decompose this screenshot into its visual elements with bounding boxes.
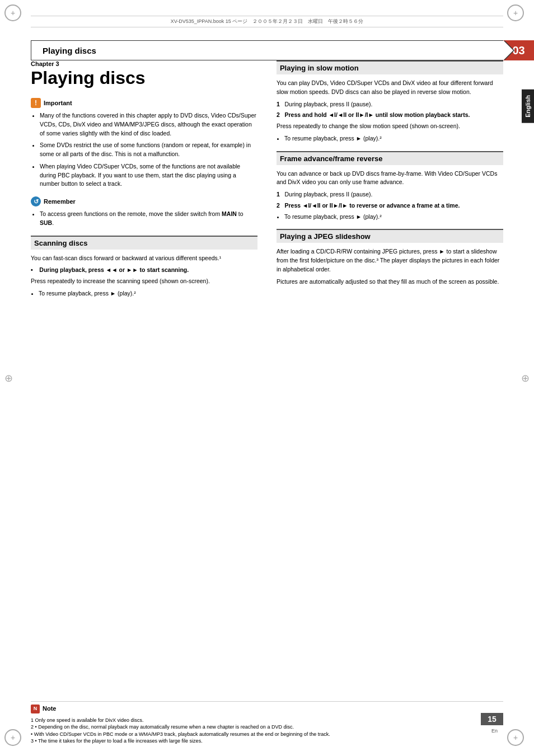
corner-br — [507, 729, 530, 752]
jpeg-slideshow-section: Playing a JPEG slideshow After loading a… — [277, 229, 503, 286]
corner-tr — [507, 4, 530, 27]
slow-motion-section: Playing in slow motion You can play DVDs… — [277, 60, 503, 143]
scanning-discs-section: Scanning discs You can fast-scan discs f… — [31, 236, 257, 298]
note-section: N Note 1 Only one speed is available for… — [31, 701, 503, 745]
important-header: ! Important — [31, 98, 257, 108]
main-content: Chapter 3 Playing discs ! Important Many… — [31, 60, 503, 711]
important-item-1: Many of the functions covered in this ch… — [40, 111, 257, 138]
file-reference: XV-DV535_IPPAN.book 15 ページ ２００５年２月２３日 水曜… — [31, 16, 503, 27]
corner-tl — [4, 4, 27, 27]
important-list: Many of the functions covered in this ch… — [31, 111, 257, 189]
scanning-bullet-list: To resume playback, press ► (play).² — [31, 289, 257, 298]
reg-mark-right: ⊕ — [521, 372, 530, 384]
chapter-header-title: Playing discs — [43, 46, 96, 55]
right-column: Playing in slow motion You can play DVDs… — [277, 60, 503, 294]
scanning-discs-title: Scanning discs — [31, 236, 257, 250]
important-item-3: When playing Video CD/Super VCDs, some o… — [40, 162, 257, 189]
frame-advance-title: Frame advance/frame reverse — [277, 151, 503, 165]
reg-mark-left: ⊕ — [4, 372, 13, 384]
chapter-header-left: Playing discs — [31, 40, 503, 60]
chapter-title: Playing discs — [31, 68, 257, 88]
language-tab: English — [522, 90, 534, 123]
left-column: Chapter 3 Playing discs ! Important Many… — [31, 60, 257, 306]
note-label: Note — [43, 705, 56, 713]
remember-item-1: To access green functions on the remote,… — [40, 210, 257, 228]
scanning-resume: To resume playback, press ► (play).² — [39, 289, 257, 298]
note-item-4: 3 • The time it takes for the player to … — [31, 738, 503, 745]
note-header: N Note — [31, 705, 503, 713]
scanning-step1-detail: Press repeatedly to increase the scannin… — [31, 277, 257, 286]
note-item-2: 2 • Depending on the disc, normal playba… — [31, 724, 503, 731]
frame-advance-intro: You can advance or back up DVD discs fra… — [277, 170, 503, 187]
slow-motion-bullet-list: To resume playback, press ► (play).² — [277, 134, 503, 143]
jpeg-para1: After loading a CD/CD-R/RW containing JP… — [277, 247, 503, 274]
page-number: 15 — [488, 715, 496, 724]
corner-bl — [4, 729, 27, 752]
important-item-2: Some DVDs restrict the use of some funct… — [40, 141, 257, 159]
frame-advance-resume: To resume playback, press ► (play).² — [284, 213, 503, 222]
remember-list: To access green functions on the remote,… — [31, 210, 257, 228]
frame-advance-section: Frame advance/frame reverse You can adva… — [277, 151, 503, 222]
warning-icon: ! — [31, 98, 41, 108]
slow-motion-step2: 2 Press and hold ◄I/◄II or II►/I► until … — [277, 111, 503, 120]
page-number-box: 15 — [481, 713, 503, 725]
note-item-1: 1 Only one speed is available for DivX v… — [31, 717, 503, 724]
remember-label: Remember — [44, 198, 76, 205]
jpeg-para2: Pictures are automatically adjusted so t… — [277, 278, 503, 287]
slow-motion-step1: 1 During playback, press II (pause). — [277, 100, 503, 109]
slow-motion-intro: You can play DVDs, Video CD/Super VCDs a… — [277, 79, 503, 97]
remember-box: ↺ Remember To access green functions on … — [31, 196, 257, 228]
page-lang: En — [491, 728, 498, 734]
remember-header: ↺ Remember — [31, 196, 257, 206]
scanning-discs-intro: You can fast-scan discs forward or backw… — [31, 254, 257, 263]
slow-motion-title: Playing in slow motion — [277, 60, 503, 74]
chapter-num-label: Chapter 3 — [31, 60, 257, 67]
scanning-step1: • During playback, press ◄◄ or ►► to sta… — [31, 266, 257, 275]
jpeg-slideshow-title: Playing a JPEG slideshow — [277, 229, 503, 243]
important-box: ! Important Many of the functions covere… — [31, 98, 257, 189]
chapter-header-bar: Playing discs 03 — [0, 40, 534, 60]
remember-icon: ↺ — [31, 196, 41, 206]
important-label: Important — [44, 100, 72, 106]
note-icon: N — [31, 705, 40, 713]
frame-advance-step2: 2 Press ◄I/◄II or II►/I► to reverse or a… — [277, 201, 503, 210]
frame-advance-bullet-list: To resume playback, press ► (play).² — [277, 213, 503, 222]
frame-advance-step1: 1 During playback, press II (pause). — [277, 190, 503, 199]
note-item-3: • With Video CD/Super VCDs in PBC mode o… — [31, 731, 503, 738]
slow-motion-step2-detail: Press repeatedly to change the slow moti… — [277, 122, 503, 131]
slow-motion-resume: To resume playback, press ► (play).² — [284, 134, 503, 143]
